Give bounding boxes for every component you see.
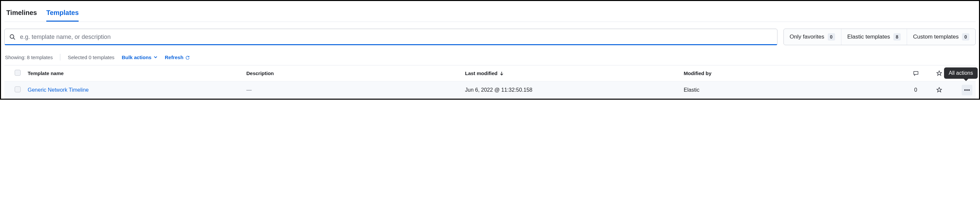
search-input[interactable] xyxy=(15,29,773,45)
filter-label: Custom templates xyxy=(913,33,959,40)
templates-table: Template name Description Last modified … xyxy=(4,65,976,99)
chevron-down-icon xyxy=(154,55,158,59)
filter-group: Only favorites 0 Elastic templates 8 Cus… xyxy=(783,28,976,45)
col-comments xyxy=(910,68,921,79)
table-header: Template name Description Last modified … xyxy=(4,65,976,81)
star-icon xyxy=(936,87,942,93)
count-badge: 8 xyxy=(893,33,901,41)
row-modified-by: Elastic xyxy=(684,87,903,93)
refresh-icon xyxy=(186,55,190,60)
tabs: Timelines Templates xyxy=(4,5,976,22)
col-modified-by[interactable]: Modified by xyxy=(684,71,903,76)
count-badge: 0 xyxy=(828,33,835,41)
row-description: — xyxy=(247,87,465,93)
svg-rect-6 xyxy=(966,89,968,91)
col-favorite xyxy=(934,68,944,79)
filter-label: Elastic templates xyxy=(848,33,890,40)
template-name-link[interactable]: Generic Network Timeline xyxy=(28,87,247,93)
row-favorite-button[interactable] xyxy=(934,85,944,95)
row-comment-count: 0 xyxy=(915,87,917,93)
filter-label: Only favorites xyxy=(790,33,824,40)
count-badge: 0 xyxy=(962,33,969,41)
tab-timelines[interactable]: Timelines xyxy=(6,7,37,22)
sort-desc-icon xyxy=(500,71,504,76)
svg-line-1 xyxy=(13,38,15,39)
col-label: Last modified xyxy=(465,71,498,76)
col-template-name[interactable]: Template name xyxy=(28,71,247,76)
search-box[interactable] xyxy=(4,28,778,45)
svg-rect-5 xyxy=(964,89,966,91)
bulk-actions-button[interactable]: Bulk actions xyxy=(122,55,158,60)
comment-icon xyxy=(913,71,919,76)
bulk-actions-label: Bulk actions xyxy=(122,55,151,60)
col-last-modified[interactable]: Last modified xyxy=(465,71,684,76)
refresh-label: Refresh xyxy=(165,55,183,60)
refresh-button[interactable]: Refresh xyxy=(165,55,190,60)
col-description[interactable]: Description xyxy=(247,71,465,76)
filter-custom-templates[interactable]: Custom templates 0 xyxy=(907,29,975,45)
more-icon xyxy=(964,88,970,92)
status-row: Showing: 8 templates Selected 0 template… xyxy=(4,54,976,60)
svg-marker-3 xyxy=(937,71,942,76)
tab-templates[interactable]: Templates xyxy=(46,7,79,22)
showing-count: Showing: 8 templates xyxy=(5,55,52,60)
selected-count: Selected 0 templates xyxy=(68,55,114,60)
star-icon xyxy=(936,71,942,76)
row-checkbox[interactable] xyxy=(15,87,21,92)
svg-rect-7 xyxy=(968,89,970,91)
toolbar: Only favorites 0 Elastic templates 8 Cus… xyxy=(4,28,976,45)
table-row: Generic Network Timeline — Jun 6, 2022 @… xyxy=(4,81,976,99)
row-all-actions-button[interactable] xyxy=(962,85,972,95)
filter-elastic-templates[interactable]: Elastic templates 8 xyxy=(841,29,907,45)
row-last-modified: Jun 6, 2022 @ 11:32:50.158 xyxy=(465,87,684,93)
filter-only-favorites[interactable]: Only favorites 0 xyxy=(784,29,841,45)
svg-marker-4 xyxy=(937,87,942,92)
svg-point-0 xyxy=(10,35,14,38)
select-all-checkbox[interactable] xyxy=(15,70,21,76)
search-icon xyxy=(10,34,15,40)
